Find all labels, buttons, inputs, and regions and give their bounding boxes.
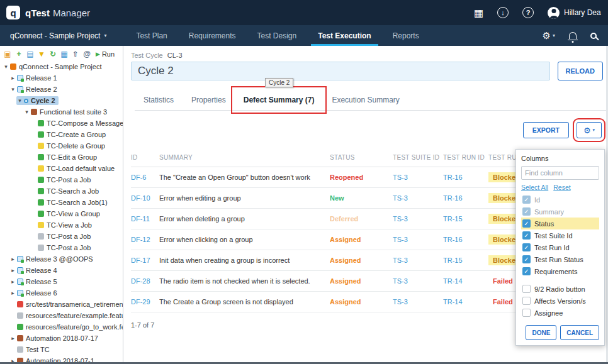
apps-grid-icon[interactable]: ▦ [474, 7, 483, 19]
test-suite-id-link[interactable]: TS-3 [393, 236, 443, 243]
cycle-title-field[interactable]: Cycle 2 [131, 62, 550, 80]
test-run-id-link[interactable]: TR-16 [443, 194, 488, 202]
checkbox-checked-icon[interactable]: ✓ [522, 196, 531, 204]
caret-right-icon[interactable]: ▸ [9, 335, 16, 341]
checkbox-checked-icon[interactable]: ✓ [522, 243, 531, 251]
column-header-summary[interactable]: SUMMARY [159, 154, 330, 161]
test-suite-id-link[interactable]: TS-3 [393, 194, 443, 202]
test-suite-id-link[interactable]: TS-3 [393, 215, 443, 223]
tree-item-tc-view-a-group[interactable]: TC-View a Group [0, 208, 123, 219]
tree-item-release-2[interactable]: ▾Release 2 [0, 84, 123, 95]
tree-item-tc-compose-a-message[interactable]: TC-Compose a Message [0, 118, 123, 129]
defect-id-link[interactable]: DF-10 [131, 194, 159, 202]
tree-item-tc-edit-a-group[interactable]: TC-Edit a Group [0, 152, 123, 163]
test-suite-id-link[interactable]: TS-3 [393, 174, 443, 181]
checkbox-checked-icon[interactable]: ✓ [522, 219, 531, 228]
tree-item-resources-feature-go-to-work-feature[interactable]: resources/feature/go_to_work.feature [0, 321, 123, 333]
defect-id-link[interactable]: DF-17 [131, 256, 159, 264]
tree-item-tc-post-a-job[interactable]: TC-Post a Job [0, 174, 123, 185]
tree-item-release-1[interactable]: ▸Release 1 [0, 72, 123, 84]
tree-item-tc-search-a-job[interactable]: TC-Search a Job [0, 185, 123, 197]
column-option-test-run-status[interactable]: ✓Test Run Status [521, 253, 599, 265]
nav-test-execution[interactable]: Test Execution [307, 25, 381, 46]
checkbox-checked-icon[interactable]: ✓ [522, 207, 531, 216]
caret-right-icon[interactable]: ▸ [9, 267, 16, 273]
user-avatar-icon[interactable] [548, 7, 560, 19]
column-option-summary[interactable]: ✓Summary [521, 206, 599, 218]
test-suite-id-link[interactable]: TS-3 [393, 256, 443, 264]
tree-item-functional-test-suite-3[interactable]: ▾Functional test suite 3 [0, 106, 123, 118]
tree-item-cycle-2[interactable]: ▾Cycle 2 [0, 95, 123, 106]
caret-down-icon[interactable]: ▾ [16, 97, 23, 104]
column-option-test-run-id[interactable]: ✓Test Run Id [521, 241, 599, 253]
checkbox-checked-icon[interactable]: ✓ [522, 231, 531, 240]
nav-test-plan[interactable]: Test Plan [125, 25, 177, 46]
test-run-id-link[interactable]: TR-16 [443, 236, 488, 243]
tree-item-tc-post-a-job[interactable]: TC-Post a Job [0, 242, 123, 253]
tree-item-tc-create-a-group[interactable]: TC-Create a Group [0, 129, 123, 140]
test-run-id-link[interactable]: TR-16 [443, 174, 488, 181]
column-option-9-2-radio-button[interactable]: 9/2 Radio button [521, 283, 599, 295]
test-run-id-link[interactable]: TR-14 [443, 277, 488, 285]
checkbox-unchecked-icon[interactable] [522, 285, 531, 293]
help-icon[interactable]: ? [522, 7, 534, 18]
caret-right-icon[interactable]: ▸ [9, 290, 16, 296]
test-suite-id-link[interactable]: TS-3 [393, 277, 443, 285]
done-button[interactable]: DONE [526, 325, 556, 340]
new-item-icon[interactable]: ▣ [3, 50, 12, 58]
project-selector[interactable]: qConnect - Sample Project ▾ [0, 25, 116, 46]
notifications-bell-icon[interactable] [569, 32, 577, 39]
reset-link[interactable]: Reset [553, 184, 570, 191]
column-header-id[interactable]: ID [131, 154, 159, 161]
caret-down-icon[interactable]: ▾ [9, 86, 16, 92]
column-header-test-suite-id[interactable]: TEST SUITE ID [393, 154, 443, 161]
select-all-link[interactable]: Select All [521, 184, 548, 191]
test-run-id-link[interactable]: TR-15 [443, 215, 488, 223]
column-option-requirements[interactable]: ✓Requirements [521, 265, 599, 277]
tab-statistics[interactable]: Statistics [135, 90, 183, 110]
defect-id-link[interactable]: DF-29 [131, 298, 159, 306]
column-header-status[interactable]: STATUS [330, 154, 393, 161]
caret-down-icon[interactable]: ▾ [3, 63, 9, 70]
column-option-affects-version-s[interactable]: Affects Version/s [521, 295, 599, 307]
tree-item-release-3-oops[interactable]: ▸Release 3 @@OOPS [0, 253, 123, 265]
column-option-id[interactable]: ✓Id [521, 194, 599, 206]
tree-item-release-6[interactable]: ▸Release 6 [0, 287, 123, 299]
column-option-test-suite-id[interactable]: ✓Test Suite Id [521, 229, 599, 241]
export-icon[interactable]: ⇧ [71, 50, 80, 58]
mail-icon[interactable]: @ [82, 50, 91, 58]
grid-view-icon[interactable]: ▦ [60, 50, 69, 58]
checkbox-unchecked-icon[interactable] [522, 309, 531, 317]
download-icon[interactable]: ↓ [497, 7, 509, 18]
defect-id-link[interactable]: DF-6 [131, 174, 159, 181]
add-item-icon[interactable]: + [14, 50, 23, 58]
tree-item-release-4[interactable]: ▸Release 4 [0, 265, 123, 276]
caret-right-icon[interactable]: ▸ [9, 256, 16, 262]
checkbox-unchecked-icon[interactable] [522, 297, 531, 305]
caret-right-icon[interactable]: ▸ [9, 279, 16, 285]
column-header-test-run-id[interactable]: TEST RUN ID [443, 154, 488, 161]
tab-properties[interactable]: Properties [183, 90, 235, 110]
tree-item-tc-view-a-job[interactable]: TC-View a Job [0, 219, 123, 231]
defect-id-link[interactable]: DF-28 [131, 277, 159, 285]
tree-item-test-tc[interactable]: Test TC [0, 344, 123, 355]
tab-execution-summary[interactable]: Execution Summary [323, 90, 408, 110]
test-run-id-link[interactable]: TR-15 [443, 256, 488, 264]
refresh-icon[interactable]: ↻ [48, 50, 57, 58]
defect-id-link[interactable]: DF-11 [131, 215, 159, 223]
tab-defect-summary-7[interactable]: Defect Summary (7) [235, 90, 324, 110]
tree-item-src-test-transamerica-retirements-features-verify[interactable]: src/test/transamerica_retirements/featur… [0, 299, 123, 310]
reload-button[interactable]: RELOAD [558, 62, 603, 80]
nav-test-design[interactable]: Test Design [246, 25, 307, 46]
nav-reports[interactable]: Reports [382, 25, 430, 46]
search-icon[interactable] [590, 33, 597, 39]
tree-item-tc-post-a-job[interactable]: TC-Post a Job [0, 231, 123, 242]
tree-item-release-5[interactable]: ▸Release 5 [0, 276, 123, 287]
user-name[interactable]: Hillary Dea [564, 8, 608, 17]
copy-icon[interactable]: ▤ [26, 50, 35, 58]
tree-item-resources-feature-example-feature[interactable]: resources/feature/example.feature [0, 310, 123, 321]
test-run-id-link[interactable]: TR-14 [443, 298, 488, 306]
tree-item-qconnect-sample-project[interactable]: ▾qConnect - Sample Project [0, 61, 123, 72]
filter-icon[interactable]: ▼ [37, 50, 46, 58]
caret-right-icon[interactable]: ▸ [9, 75, 16, 81]
